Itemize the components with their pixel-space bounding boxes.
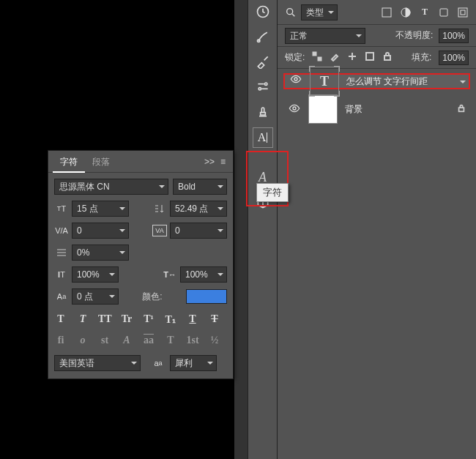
svg-point-3	[259, 88, 261, 90]
fill-value[interactable]: 100%	[439, 51, 469, 65]
character-panel: 字符 段落 >> ≡ 思源黑体 CN Bold TT15 点 52.49 点 V…	[48, 150, 234, 379]
svg-point-14	[294, 78, 297, 81]
font-family-value: 思源黑体 CN	[59, 182, 110, 192]
ligature-st-button[interactable]: st	[98, 335, 111, 346]
language-select[interactable]: 美国英语	[54, 355, 141, 371]
svg-rect-12	[366, 53, 373, 60]
history-icon[interactable]	[254, 3, 272, 20]
tracking-icon: VA	[152, 225, 167, 236]
faux-bold-button[interactable]: T	[54, 313, 67, 326]
adjustments-icon[interactable]	[254, 78, 272, 95]
tab-paragraph[interactable]: 段落	[85, 151, 117, 173]
tab-character[interactable]: 字符	[53, 151, 85, 173]
filter-type-label: 类型	[306, 7, 324, 18]
filter-smart-icon[interactable]	[457, 7, 469, 18]
swash-button[interactable]: A	[120, 335, 133, 346]
font-size-select[interactable]: 15 点	[72, 201, 129, 217]
lock-label: 锁定:	[285, 51, 305, 64]
layer-name[interactable]: 背景	[345, 103, 362, 116]
faux-italic-button[interactable]: T	[76, 313, 89, 326]
layer-name[interactable]: 怎么调节 文字行间距	[346, 74, 428, 89]
smallcaps-button[interactable]: Tr	[120, 313, 133, 326]
lock-paint-icon[interactable]	[330, 51, 340, 64]
layer-filter-row: 类型 T	[278, 0, 476, 25]
svg-rect-10	[313, 52, 316, 56]
visibility-toggle[interactable]	[288, 102, 301, 116]
filter-type-select[interactable]: 类型	[301, 4, 338, 20]
svg-point-15	[293, 107, 296, 110]
visibility-toggle[interactable]	[289, 73, 302, 89]
lock-artboard-icon[interactable]	[365, 51, 375, 64]
opacity-value[interactable]: 100%	[439, 29, 469, 43]
lock-position-icon[interactable]	[347, 51, 357, 64]
color-label: 颜色:	[142, 291, 162, 303]
font-style-select[interactable]: Bold	[173, 179, 227, 195]
stamp-icon[interactable]	[254, 102, 272, 120]
kerning-value: 0	[77, 225, 82, 236]
hscale-icon: T↔	[163, 269, 177, 280]
allcaps-button[interactable]: TT	[98, 313, 111, 326]
superscript-button[interactable]: T¹	[142, 313, 155, 326]
layers-list: T 怎么调节 文字行间距 背景	[278, 69, 476, 133]
tool-palette: A A	[248, 0, 277, 459]
ligature-fi-button[interactable]: fi	[54, 335, 67, 346]
antialias-value: 犀利	[175, 358, 193, 368]
panel-menu-icon[interactable]: ≡	[217, 157, 228, 167]
character-panel-tabs: 字符 段落 >> ≡	[48, 151, 233, 173]
text-format-row-1: T T TT Tr T¹ T₁ T T	[54, 310, 227, 326]
filter-shape-icon[interactable]	[438, 7, 450, 18]
color-swatch[interactable]	[186, 289, 227, 304]
filter-type-icon[interactable]: T	[419, 7, 431, 18]
layer-thumbnail	[308, 94, 338, 124]
svg-rect-11	[318, 57, 321, 61]
filter-type-icons: T	[381, 7, 469, 18]
lock-transparent-icon[interactable]	[312, 51, 322, 64]
subscript-button[interactable]: T₁	[164, 313, 177, 326]
vscale-value: 100%	[77, 269, 100, 280]
brush-presets-icon[interactable]	[254, 28, 272, 45]
font-size-icon: TT	[54, 203, 69, 214]
layer-text[interactable]: T 怎么调节 文字行间距	[283, 73, 470, 89]
baseline-pct-icon	[54, 247, 69, 258]
baseline-pct-select[interactable]: 0%	[72, 245, 129, 261]
blend-mode-select[interactable]: 正常	[285, 28, 365, 44]
titling-button[interactable]: T	[164, 335, 177, 346]
lock-row: 锁定: 填充: 100%	[278, 47, 476, 69]
ordinals-button[interactable]: o	[76, 335, 89, 346]
brush-icon[interactable]	[254, 53, 272, 70]
hscale-input[interactable]: 100%	[180, 266, 227, 283]
fraction-button[interactable]: ½	[208, 335, 221, 346]
leading-value: 52.49 点	[175, 204, 208, 214]
strike-button[interactable]: T	[208, 313, 221, 326]
hscale-value: 100%	[185, 269, 208, 280]
canvas-border	[234, 0, 248, 459]
vscale-icon: IT	[54, 269, 69, 280]
blend-mode-value: 正常	[290, 31, 308, 41]
filter-pixel-icon[interactable]	[381, 7, 393, 18]
baseline-shift-input[interactable]: 0 点	[72, 288, 119, 305]
svg-rect-7	[440, 9, 447, 16]
leading-select[interactable]: 52.49 点	[170, 201, 227, 217]
svg-point-4	[287, 8, 293, 14]
lock-all-icon[interactable]	[382, 51, 393, 64]
svg-rect-8	[458, 8, 467, 17]
vscale-input[interactable]: 100%	[72, 266, 119, 283]
kerning-icon: V/A	[54, 225, 69, 236]
ordinal-1st-button[interactable]: 1st	[186, 335, 199, 346]
tracking-select[interactable]: 0	[170, 223, 227, 239]
font-family-select[interactable]: 思源黑体 CN	[54, 179, 168, 195]
kerning-select[interactable]: 0	[72, 223, 129, 239]
tracking-value: 0	[175, 225, 180, 236]
tooltip: 字符	[256, 183, 289, 202]
baseline-shift-icon: Aa	[54, 291, 69, 302]
stylistic-alt-button[interactable]: aa	[142, 335, 155, 346]
lock-indicator-icon[interactable]	[457, 104, 466, 115]
collapse-button[interactable]: >>	[201, 157, 217, 167]
character-panel-icon[interactable]: A	[253, 127, 273, 148]
underline-button[interactable]: T	[186, 313, 199, 326]
antialias-select[interactable]: 犀利	[170, 355, 217, 371]
search-icon[interactable]	[285, 7, 297, 18]
layers-panel: 类型 T 正常 不透明度: 100% 锁定: 填充: 100% T	[277, 0, 476, 459]
filter-adjust-icon[interactable]	[400, 7, 412, 18]
svg-rect-16	[459, 108, 464, 111]
